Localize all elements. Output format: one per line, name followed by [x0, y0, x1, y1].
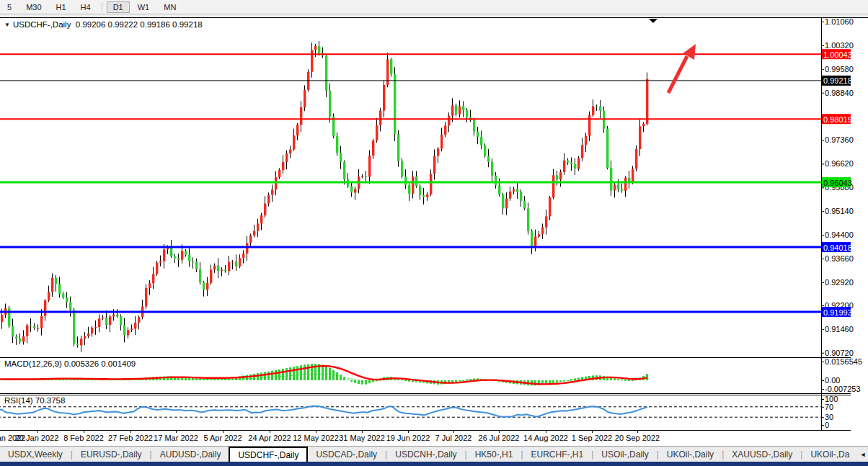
candle-body	[37, 328, 39, 328]
chart-tab-ukoil-daily[interactable]: UKOil-,Daily	[659, 447, 722, 462]
chart-tab-usdchf-daily[interactable]: USDCHF-,Daily	[229, 447, 308, 462]
date-label[interactable]: 8 Feb 2022	[63, 434, 104, 442]
macd-histogram-bar	[466, 380, 468, 380]
candle-body	[491, 162, 493, 176]
chart-tab-usdcnh-daily[interactable]: USDCNH-,Daily	[387, 447, 464, 462]
candle-body	[58, 284, 61, 294]
rsi-axis-label: 70	[825, 403, 833, 411]
candle-body	[217, 266, 219, 271]
chart-tab-hk50-h1[interactable]: HK50-,H1	[467, 447, 521, 462]
candle-body	[304, 90, 306, 107]
candle-body	[246, 243, 248, 254]
chart-ohlc-values: 0.99206 0.99222 0.99186 0.99218	[76, 20, 203, 29]
candle-body	[15, 336, 17, 338]
candle-body	[278, 170, 280, 177]
chart-tab-usoil-daily[interactable]: USOil-,Daily	[593, 447, 656, 462]
candle-body	[285, 153, 288, 162]
tab-scroll-left-icon[interactable]: ◄	[857, 451, 868, 458]
candle-body	[149, 283, 151, 288]
date-label[interactable]: 19 Jun 2022	[386, 434, 430, 442]
candle-body	[368, 156, 371, 176]
candle-body	[520, 192, 522, 200]
candle-body	[185, 251, 187, 255]
price-badge-label: 0.98019	[823, 115, 852, 124]
macd-axis-label: 0.0156545	[825, 357, 862, 366]
y-axis-label: 0.91460	[825, 325, 854, 333]
candle-body	[390, 60, 392, 74]
chart-tab-eurchf-h1[interactable]: EURCHF-,H1	[523, 447, 592, 462]
candle-body	[174, 256, 176, 259]
date-label[interactable]: 20 Sep 2022	[615, 434, 660, 442]
candle-body	[188, 255, 190, 261]
candle-body	[116, 315, 118, 316]
price-badge-label: 1.00043	[823, 50, 852, 59]
candle-body	[213, 266, 216, 270]
chart-canvas[interactable]: 1.010601.003200.995800.988400.973600.966…	[0, 17, 868, 445]
candle-body	[210, 269, 212, 282]
candle-body	[296, 125, 298, 135]
candle-body	[437, 148, 439, 156]
candle-body	[156, 263, 158, 274]
timeframe-button-h1[interactable]: H1	[50, 1, 73, 13]
candle-body	[444, 125, 446, 135]
chart-tab-xauusd-daily[interactable]: XAUUSD-,Daily	[724, 447, 800, 462]
date-label[interactable]: 7 Jul 2022	[435, 434, 472, 442]
rsi-value: 70.3758	[35, 396, 66, 405]
date-label[interactable]: 27 Feb 2022	[108, 434, 153, 442]
date-label[interactable]: 24 Apr 2022	[248, 434, 291, 442]
timeframe-button-w1[interactable]: W1	[131, 1, 156, 13]
candle-body	[19, 339, 21, 342]
date-label[interactable]: 20 Jan 2022	[15, 434, 59, 442]
chart-tab-usdcad-daily[interactable]: USDCAD-,Daily	[308, 447, 385, 462]
timeframe-toolbar: 5M30H1H4D1W1MN	[0, 0, 868, 14]
candle-body	[66, 297, 68, 303]
candle-body	[123, 326, 125, 336]
chart-tab-audusd-daily[interactable]: AUDUSD-,Daily	[152, 447, 229, 462]
candle-body	[138, 317, 140, 323]
macd-histogram-bar	[257, 373, 259, 380]
timeframe-button-5[interactable]: 5	[1, 1, 18, 13]
candle-body	[621, 189, 623, 191]
candle-body	[203, 282, 205, 290]
candle-body	[484, 145, 486, 156]
candle-body	[354, 189, 356, 192]
macd-histogram-bar	[368, 380, 371, 383]
candle-body	[495, 176, 497, 186]
timeframe-button-h4[interactable]: H4	[74, 1, 97, 13]
timeframe-button-mn[interactable]: MN	[157, 1, 182, 13]
chart-tab-usdx-weekly[interactable]: USDX,Weekly	[0, 447, 71, 462]
candle-body	[192, 261, 194, 262]
candle-body	[386, 60, 389, 85]
chart-tab-eurusd-daily[interactable]: EURUSD-,Daily	[73, 447, 150, 462]
macd-histogram-bar	[570, 379, 572, 380]
date-label[interactable]: 12 May 2022	[293, 434, 339, 442]
mt4-window: 5M30H1H4D1W1MN 1.010601.003200.995800.98…	[0, 0, 868, 466]
date-label[interactable]: 5 Apr 2022	[203, 434, 242, 442]
chart-tab-ukoil-da[interactable]: UKOil-,Da	[802, 447, 857, 462]
date-label[interactable]: 17 Mar 2022	[154, 434, 198, 442]
symbol-dropdown-icon[interactable]: ▼	[4, 22, 10, 28]
candle-body	[314, 46, 316, 50]
candle-body	[480, 137, 482, 145]
candle-body	[419, 186, 421, 195]
macd-histogram-bar	[285, 368, 288, 380]
candle-body	[394, 74, 396, 135]
date-label[interactable]: 1 Sep 2022	[572, 434, 612, 442]
macd-histogram-bar	[289, 367, 291, 380]
candle-body	[340, 153, 342, 162]
macd-histogram-bar	[621, 380, 623, 380]
timeframe-button-d1[interactable]: D1	[107, 1, 130, 13]
macd-histogram-bar	[253, 374, 255, 380]
rsi-line	[0, 406, 647, 417]
y-axis-label: 0.97360	[825, 135, 854, 144]
candle-body	[426, 194, 428, 197]
date-label[interactable]: 31 May 2022	[339, 434, 385, 442]
timeframe-button-m30[interactable]: M30	[19, 1, 48, 13]
candle-body	[242, 254, 244, 258]
date-label[interactable]: 14 Aug 2022	[523, 434, 568, 442]
candle-body	[433, 156, 435, 174]
candle-body	[585, 136, 587, 145]
date-label[interactable]: 26 Jul 2022	[479, 434, 520, 442]
macd-histogram-bar	[264, 372, 266, 380]
macd-histogram-bar	[347, 380, 349, 380]
